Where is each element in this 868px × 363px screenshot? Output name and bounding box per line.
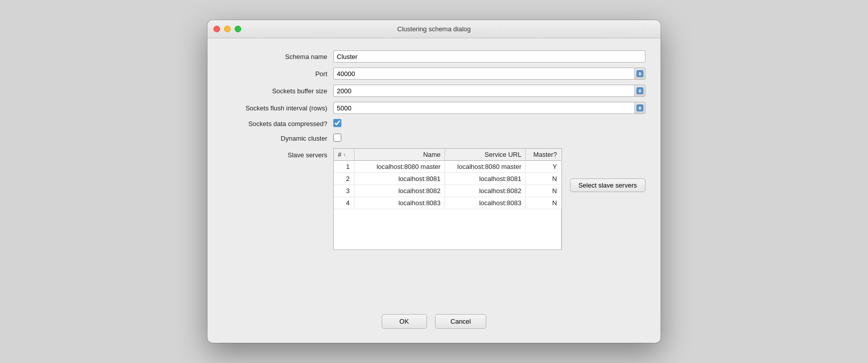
cell-url-2: localhost:8081: [445, 173, 526, 185]
table-row[interactable]: 4 localhost:8083 localhost:8083 N: [334, 197, 561, 209]
empty-cell: [334, 209, 561, 250]
table-row[interactable]: 2 localhost:8081 localhost:8081 N: [334, 173, 561, 185]
dynamic-cluster-label: Dynamic cluster: [223, 135, 333, 142]
cell-name-3: localhost:8082: [354, 185, 445, 197]
table-row[interactable]: 3 localhost:8082 localhost:8082 N: [334, 185, 561, 197]
table-empty-row: [334, 209, 561, 250]
cell-master-1: Y: [526, 161, 561, 173]
col-header-number[interactable]: # ↑: [334, 149, 354, 161]
dynamic-cluster-checkbox[interactable]: [333, 134, 341, 142]
cell-master-3: N: [526, 185, 561, 197]
port-control: [333, 68, 645, 80]
sockets-compressed-label: Sockets data compressed?: [223, 120, 333, 128]
cell-number-2: 2: [334, 173, 354, 185]
slave-servers-label: Slave servers: [223, 148, 333, 159]
flush-down-arrow: [638, 108, 641, 110]
port-up-arrow: [638, 72, 641, 74]
cell-url-1: localhost:8080 master: [445, 161, 526, 173]
port-input[interactable]: [333, 68, 634, 80]
flush-up-arrow: [638, 106, 641, 108]
port-row: Port: [223, 68, 645, 80]
window-title: Clustering schema dialog: [397, 25, 471, 33]
col-header-name[interactable]: Name: [354, 149, 445, 161]
form-area: Schema name Port: [223, 50, 645, 306]
cell-name-4: localhost:8083: [354, 197, 445, 209]
dialog-window: Clustering schema dialog Schema name Por…: [207, 20, 661, 343]
port-spin-icon: [636, 70, 643, 77]
sockets-buffer-spin-icon: [636, 87, 643, 94]
col-name-label: Name: [423, 151, 441, 158]
servers-table-wrap: # ↑ Name Service URL Maste: [333, 148, 562, 250]
port-label: Port: [223, 70, 333, 78]
slave-servers-content: # ↑ Name Service URL Maste: [333, 148, 645, 250]
schema-name-row: Schema name: [223, 50, 645, 63]
ok-button[interactable]: OK: [382, 314, 427, 329]
sockets-buffer-spinbox: [333, 85, 645, 97]
cell-master-2: N: [526, 173, 561, 185]
port-down-arrow: [638, 74, 641, 76]
table-body: 1 localhost:8080 master localhost:8080 m…: [334, 161, 561, 250]
dynamic-cluster-control: [333, 134, 645, 143]
cell-name-2: localhost:8081: [354, 173, 445, 185]
cell-number-3: 3: [334, 185, 354, 197]
window-controls: [213, 26, 241, 32]
sockets-compressed-checkbox[interactable]: [333, 119, 341, 127]
sockets-flush-input[interactable]: [333, 102, 634, 114]
col-number-label: #: [338, 151, 343, 158]
table-header: # ↑ Name Service URL Maste: [334, 149, 561, 161]
sockets-compressed-control: [333, 119, 645, 129]
minimize-button[interactable]: [224, 26, 231, 32]
sockets-flush-spinbox: [333, 102, 645, 114]
dynamic-cluster-row: Dynamic cluster: [223, 134, 645, 143]
sort-icon: ↑: [343, 152, 346, 158]
sockets-flush-row: Sockets flush interval (rows): [223, 102, 645, 114]
sockets-flush-spinner[interactable]: [634, 102, 645, 114]
cell-master-4: N: [526, 197, 561, 209]
servers-table: # ↑ Name Service URL Maste: [334, 149, 561, 250]
sockets-buffer-control: [333, 85, 645, 97]
col-header-url[interactable]: Service URL: [445, 149, 526, 161]
sockets-buffer-row: Sockets buffer size: [223, 85, 645, 97]
close-button[interactable]: [213, 26, 220, 32]
cell-number-4: 4: [334, 197, 354, 209]
table-row[interactable]: 1 localhost:8080 master localhost:8080 m…: [334, 161, 561, 173]
col-url-label: Service URL: [485, 151, 522, 158]
sockets-buffer-input[interactable]: [333, 85, 634, 97]
slave-servers-row: Slave servers # ↑ Name: [223, 148, 645, 250]
dialog-buttons: OK Cancel: [223, 306, 645, 333]
cell-name-1: localhost:8080 master: [354, 161, 445, 173]
cell-url-4: localhost:8083: [445, 197, 526, 209]
sockets-buffer-spinner[interactable]: [634, 85, 645, 97]
dialog-content: Schema name Port: [207, 38, 661, 343]
sockets-compressed-row: Sockets data compressed?: [223, 119, 645, 129]
buffer-up-arrow: [638, 89, 641, 91]
port-spinner[interactable]: [634, 68, 645, 80]
cell-url-3: localhost:8082: [445, 185, 526, 197]
col-header-master[interactable]: Master?: [526, 149, 561, 161]
buffer-down-arrow: [638, 91, 641, 93]
sockets-flush-control: [333, 102, 645, 114]
cancel-button[interactable]: Cancel: [435, 314, 486, 329]
schema-name-label: Schema name: [223, 53, 333, 60]
table-header-row: # ↑ Name Service URL Maste: [334, 149, 561, 161]
schema-name-control: [333, 50, 645, 63]
schema-name-input[interactable]: [333, 50, 645, 63]
maximize-button[interactable]: [235, 26, 241, 32]
sockets-buffer-label: Sockets buffer size: [223, 87, 333, 95]
sockets-flush-label: Sockets flush interval (rows): [223, 104, 333, 112]
sockets-flush-spin-icon: [636, 104, 643, 111]
title-bar: Clustering schema dialog: [207, 20, 661, 38]
cell-number-1: 1: [334, 161, 354, 173]
col-master-label: Master?: [533, 151, 557, 158]
port-spinbox: [333, 68, 645, 80]
select-slave-button[interactable]: Select slave servers: [570, 178, 645, 192]
